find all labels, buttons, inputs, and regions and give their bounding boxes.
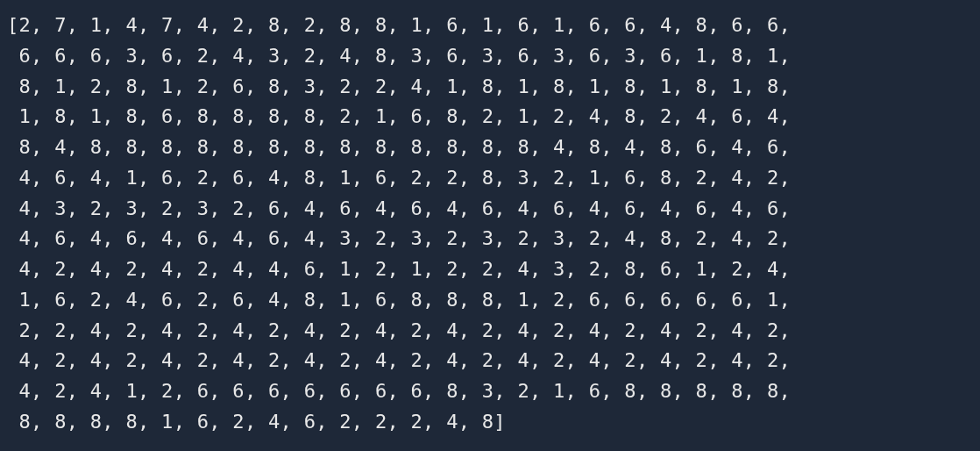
- array-output: [2, 7, 1, 4, 7, 4, 2, 8, 2, 8, 8, 1, 6, …: [7, 11, 973, 438]
